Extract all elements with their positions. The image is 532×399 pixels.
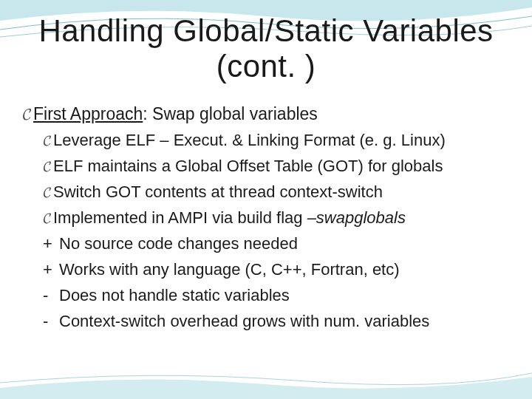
pro-text: No source code changes needed	[59, 231, 511, 256]
curly-bullet-icon: 𝓒	[43, 157, 50, 176]
plus-icon: +	[43, 231, 53, 256]
title-line-2: (cont. )	[216, 49, 316, 83]
pro-item: + Works with any language (C, C++, Fortr…	[22, 257, 511, 282]
slide-container: Handling Global/Static Variables (cont. …	[0, 0, 532, 399]
sub-item: 𝓒 Leverage ELF – Execut. & Linking Forma…	[22, 128, 511, 152]
con-text: Does not handle static variables	[59, 283, 511, 307]
heading-text: First Approach: Swap global variables	[33, 101, 511, 127]
sub-item-text: Implemented in AMPI via build flag –swap…	[53, 205, 511, 230]
heading-prefix: First Approach	[33, 104, 143, 123]
heading-row: 𝓒 First Approach: Swap global variables	[22, 101, 511, 127]
slide-body: 𝓒 First Approach: Swap global variables …	[21, 101, 511, 334]
title-line-1: Handling Global/Static Variables	[38, 13, 493, 48]
curly-bullet-icon: 𝓒	[22, 104, 30, 126]
con-item: - Context-switch overhead grows with num…	[22, 309, 511, 333]
pro-item: + No source code changes needed	[22, 231, 511, 256]
curly-bullet-icon: 𝓒	[43, 183, 50, 202]
sub-item-impl: 𝓒 Implemented in AMPI via build flag –sw…	[22, 205, 511, 230]
slide-title: Handling Global/Static Variables (cont. …	[21, 13, 511, 85]
sub-item-text: Leverage ELF – Execut. & Linking Format …	[53, 128, 511, 152]
heading-suffix: : Swap global variables	[143, 104, 318, 123]
curly-bullet-icon: 𝓒	[43, 208, 50, 228]
plus-icon: +	[43, 257, 53, 282]
sub-item: 𝓒 ELF maintains a Global Offset Table (G…	[22, 154, 511, 178]
impl-flag: –swapglobals	[307, 208, 406, 227]
pro-text: Works with any language (C, C++, Fortran…	[59, 257, 511, 282]
minus-icon: -	[43, 283, 53, 307]
con-item: - Does not handle static variables	[22, 283, 511, 307]
sub-item: 𝓒 Switch GOT contents at thread context-…	[22, 180, 511, 204]
impl-before: Implemented in AMPI via build flag	[53, 208, 307, 227]
minus-icon: -	[43, 309, 53, 333]
con-text: Context-switch overhead grows with num. …	[59, 309, 511, 333]
sub-item-text: Switch GOT contents at thread context-sw…	[53, 180, 511, 204]
sub-item-text: ELF maintains a Global Offset Table (GOT…	[53, 154, 511, 178]
curly-bullet-icon: 𝓒	[43, 131, 50, 150]
